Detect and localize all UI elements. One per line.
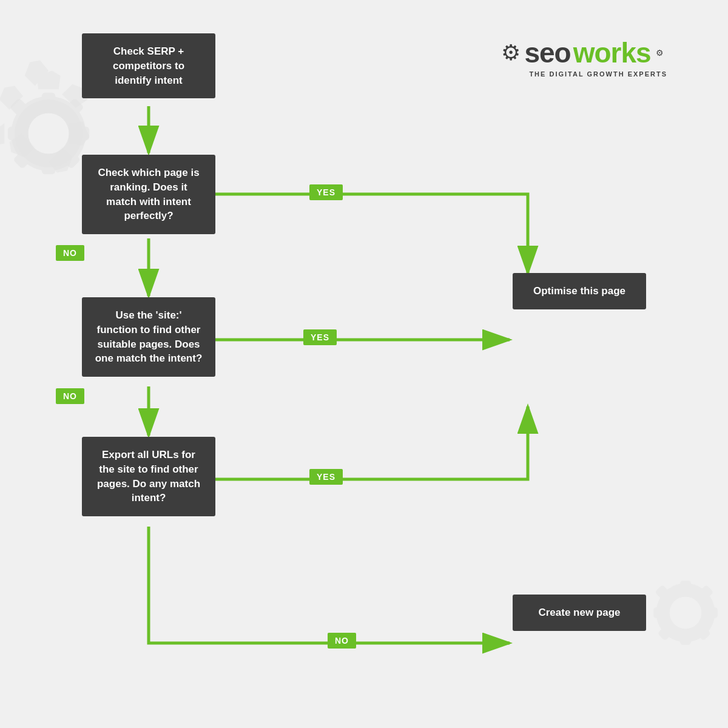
box-check-serp: Check SERP + competitors to identify int…: [82, 33, 215, 98]
main-container: ⚙ seoworks ⚙ THE DIGITAL GROWTH EXPERTS: [0, 0, 728, 728]
logo-works-text: works: [573, 36, 651, 69]
logo-tagline: THE DIGITAL GROWTH EXPERTS: [501, 70, 667, 78]
box-export-urls: Export all URLs for the site to find oth…: [82, 437, 215, 516]
logo-gear-small-icon: ⚙: [656, 48, 664, 58]
badge-yes-3: YES: [309, 469, 343, 485]
box-create: Create new page: [513, 595, 646, 631]
box-site-function: Use the 'site:' function to find other s…: [82, 297, 215, 377]
box-optimise: Optimise this page: [513, 273, 646, 309]
badge-no-1: NO: [56, 245, 84, 261]
box-check-ranking: Check which page is ranking. Does it mat…: [82, 155, 215, 234]
badge-no-3: NO: [328, 633, 356, 649]
badge-no-2: NO: [56, 388, 84, 404]
logo-area: ⚙ seoworks ⚙ THE DIGITAL GROWTH EXPERTS: [501, 36, 667, 78]
logo-seo-text: seo: [524, 36, 570, 69]
badge-yes-1: YES: [309, 184, 343, 200]
badge-yes-2: YES: [303, 329, 337, 345]
logo-gear-icon: ⚙: [501, 40, 521, 66]
